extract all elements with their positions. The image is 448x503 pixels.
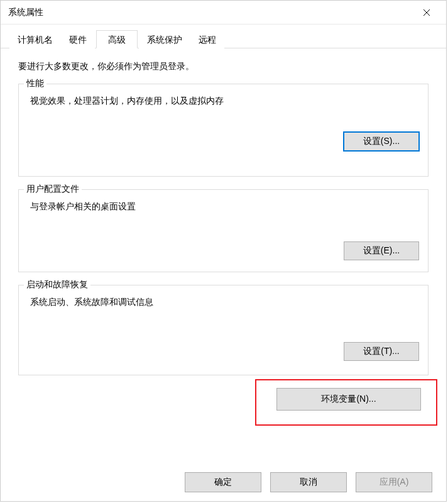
- userprofile-settings-button[interactable]: 设置(E)...: [344, 241, 419, 260]
- ok-button[interactable]: 确定: [185, 472, 261, 492]
- startup-group-label: 启动和故障恢复: [24, 279, 90, 290]
- window-title: 系统属性: [8, 7, 43, 18]
- tab-advanced[interactable]: 高级: [96, 30, 138, 48]
- tab-hardware[interactable]: 硬件: [61, 30, 95, 48]
- tab-content: 要进行大多数更改，你必须作为管理员登录。 性能 视觉效果，处理器计划，内存使用，…: [1, 48, 446, 411]
- userprofile-group: 用户配置文件 与登录帐户相关的桌面设置 设置(E)...: [18, 189, 429, 272]
- userprofile-group-label: 用户配置文件: [24, 184, 82, 195]
- tab-remote[interactable]: 远程: [190, 30, 224, 48]
- userprofile-button-row: 设置(E)...: [28, 241, 419, 260]
- startup-group: 启动和故障恢复 系统启动、系统故障和调试信息 设置(T)...: [18, 285, 429, 375]
- env-var-row: 环境变量(N)...: [18, 388, 429, 411]
- performance-settings-button[interactable]: 设置(S)...: [344, 132, 419, 151]
- startup-button-row: 设置(T)...: [28, 342, 419, 361]
- performance-group: 性能 视觉效果，处理器计划，内存使用，以及虚拟内存 设置(S)...: [18, 84, 429, 177]
- cancel-button[interactable]: 取消: [270, 472, 347, 492]
- tab-system-protection[interactable]: 系统保护: [139, 30, 190, 48]
- startup-settings-button[interactable]: 设置(T)...: [344, 342, 419, 361]
- apply-button[interactable]: 应用(A): [356, 472, 432, 492]
- userprofile-group-desc: 与登录帐户相关的桌面设置: [28, 201, 419, 213]
- tab-computer-name[interactable]: 计算机名: [9, 30, 61, 48]
- close-icon: [423, 9, 430, 16]
- env-var-highlight-box: [255, 379, 437, 426]
- titlebar: 系统属性: [1, 1, 446, 25]
- close-button[interactable]: [412, 3, 441, 22]
- performance-group-desc: 视觉效果，处理器计划，内存使用，以及虚拟内存: [28, 96, 419, 107]
- performance-group-label: 性能: [24, 78, 46, 89]
- tab-bar: 计算机名 硬件 高级 系统保护 远程: [1, 25, 446, 48]
- startup-group-desc: 系统启动、系统故障和调试信息: [28, 297, 419, 308]
- intro-text: 要进行大多数更改，你必须作为管理员登录。: [18, 61, 429, 72]
- dialog-footer: 确定 取消 应用(A): [185, 472, 432, 492]
- system-properties-dialog: 系统属性 计算机名 硬件 高级 系统保护 远程 要进行大多数更改，你必须作为管理…: [0, 0, 447, 502]
- performance-button-row: 设置(S)...: [28, 132, 419, 151]
